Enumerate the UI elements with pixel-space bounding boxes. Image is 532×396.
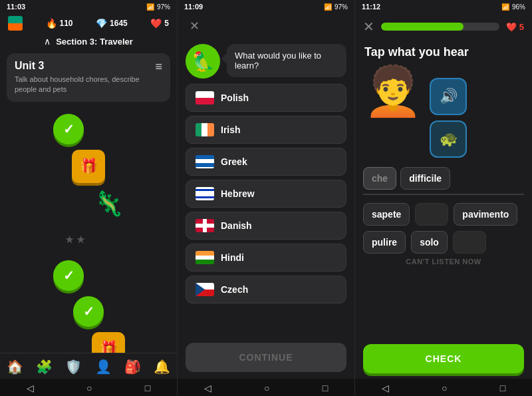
flag-polish: [196, 91, 214, 104]
lang-polish[interactable]: Polish: [186, 84, 346, 112]
hearts-display: ❤️ 5: [506, 22, 524, 32]
home-btn-3[interactable]: ○: [442, 383, 447, 393]
path-row-6: 🎁: [0, 332, 177, 353]
word-sapete[interactable]: sapete: [363, 203, 410, 226]
battery-1: 97%: [157, 3, 170, 11]
home-icon: 🏠: [7, 359, 23, 375]
word-pavimento[interactable]: pavimento: [454, 203, 517, 226]
unit-title: Unit 3: [15, 60, 155, 72]
battery-2: 97%: [334, 3, 348, 11]
flag-danish: [196, 219, 214, 232]
flame-icon: 🔥: [46, 18, 57, 29]
lang-name-czech: Czech: [221, 284, 248, 295]
lang-name-hindi: Hindi: [221, 252, 244, 263]
node-complete-1[interactable]: ✓: [53, 114, 84, 144]
recents-btn-2[interactable]: □: [323, 383, 328, 393]
word-pulire[interactable]: pulire: [363, 231, 406, 254]
audio-slow-button[interactable]: 🐢: [430, 120, 467, 158]
gems-stat: 💎 1645: [96, 18, 128, 29]
bottom-nav: 🏠 🧩 🛡️ 👤 🎒 🔔: [0, 353, 177, 379]
node-complete-3[interactable]: ✓: [73, 296, 104, 327]
heart-icon-3: ❤️: [506, 22, 517, 32]
close-exercise-button[interactable]: ✕: [363, 19, 374, 35]
flag-greek: [196, 155, 214, 168]
word-bank: sapete pavimento pulire solo: [363, 203, 524, 254]
lang-name-polish: Polish: [221, 93, 249, 103]
back-btn-3[interactable]: ◁: [382, 383, 389, 393]
streak-stat: 🔥 110: [46, 18, 73, 29]
back-btn-1[interactable]: ◁: [27, 383, 34, 393]
status-icons-3: 📶 96%: [501, 3, 525, 11]
nav-quest[interactable]: 🛡️: [65, 359, 82, 375]
unit-desc: Talk about household chores, describe pe…: [15, 75, 155, 95]
status-icons-2: 📶 97%: [324, 3, 348, 11]
flag-irish: [196, 123, 214, 136]
node-complete-2[interactable]: ✓: [53, 260, 84, 291]
lang-name-greek: Greek: [221, 156, 247, 167]
time-2: 11:09: [184, 3, 203, 11]
shop-icon: 🎒: [124, 359, 141, 375]
status-icons-1: 📶 97%: [146, 3, 170, 11]
nav-home[interactable]: 🏠: [7, 359, 23, 375]
time-3: 11:12: [362, 3, 380, 11]
learning-path: ✓ 🎁 🦎 ★ ★ ✓ ✓ 🎁: [0, 106, 177, 353]
battery-3: 96%: [512, 3, 525, 11]
android-nav-3: ◁ ○ □: [355, 379, 532, 396]
placed-word-difficile[interactable]: difficile: [400, 167, 450, 190]
flag-hebrew: [196, 187, 214, 200]
section-title: Section 3: Traveler: [56, 37, 133, 47]
android-nav-1: ◁ ○ □: [0, 379, 177, 396]
path-row-1: ✓: [0, 114, 177, 144]
lang-name-hebrew: Hebrew: [221, 188, 255, 199]
nav-alerts[interactable]: 🔔: [154, 359, 170, 375]
cant-listen-button[interactable]: CAN'T LISTEN NOW: [363, 258, 524, 266]
status-bar-1: 11:03 📶 97%: [0, 0, 177, 13]
progress-bar: [381, 23, 499, 31]
character-figure: 🧑‍🦱: [363, 67, 423, 115]
node-treasure-2[interactable]: 🎁: [92, 332, 125, 353]
home-btn-2[interactable]: ○: [264, 383, 269, 393]
placed-word-che[interactable]: che: [363, 167, 396, 190]
exercise-title: Tap what you hear: [355, 40, 532, 62]
lang-hindi[interactable]: Hindi: [186, 244, 346, 272]
node-treasure-1[interactable]: 🎁: [72, 150, 105, 183]
lang-hebrew[interactable]: Hebrew: [186, 180, 346, 208]
lang-danish[interactable]: Danish: [186, 212, 346, 240]
nav-learn[interactable]: 🧩: [36, 359, 53, 375]
panel-language-select: 11:09 📶 97% ✕ 🦜 What would you like to l…: [178, 0, 355, 396]
lang-czech[interactable]: Czech: [186, 276, 346, 303]
recents-btn-3[interactable]: □: [500, 383, 505, 393]
character-area: 🧑‍🦱 🔊 🐢: [363, 62, 524, 158]
word-placeholder-2: [453, 231, 486, 254]
check-button[interactable]: CHECK: [363, 344, 524, 373]
recents-btn-1[interactable]: □: [145, 383, 150, 393]
list-icon: ≡: [155, 60, 162, 74]
close-button[interactable]: ✕: [183, 16, 206, 36]
bell-icon: 🔔: [154, 359, 170, 375]
lang-greek[interactable]: Greek: [186, 148, 346, 176]
hearts-stat: ❤️ 5: [150, 18, 169, 29]
section-header[interactable]: ∧ Section 3: Traveler: [0, 33, 177, 49]
lang-irish[interactable]: Irish: [186, 116, 346, 144]
gem-icon: 💎: [96, 18, 107, 29]
path-row-2: 🎁: [0, 150, 177, 183]
nav-shop[interactable]: 🎒: [124, 359, 141, 375]
path-row-stars: ★ ★: [0, 224, 164, 255]
exercise-top-bar: ✕ ❤️ 5: [355, 13, 532, 40]
audio-normal-button[interactable]: 🔊: [430, 78, 467, 115]
home-btn-1[interactable]: ○: [86, 383, 92, 393]
quest-icon: 🛡️: [65, 359, 82, 375]
nav-profile[interactable]: 👤: [95, 359, 112, 375]
path-row-4: ✓: [0, 260, 177, 291]
time-1: 11:03: [7, 3, 25, 11]
path-row-5: ✓: [0, 296, 177, 327]
puzzle-icon: 🧩: [36, 359, 53, 375]
progress-fill: [381, 23, 464, 31]
word-solo[interactable]: solo: [411, 231, 448, 254]
unit-card[interactable]: Unit 3 Talk about household chores, desc…: [7, 53, 170, 102]
continue-button[interactable]: CONTINUE: [186, 343, 346, 372]
word-placeholder-1: [415, 203, 448, 226]
back-btn-2[interactable]: ◁: [204, 383, 211, 393]
panel-exercise: 11:12 📶 96% ✕ ❤️ 5 Tap what you hear 🧑‍🦱…: [355, 0, 532, 396]
android-nav-2: ◁ ○ □: [178, 379, 354, 396]
